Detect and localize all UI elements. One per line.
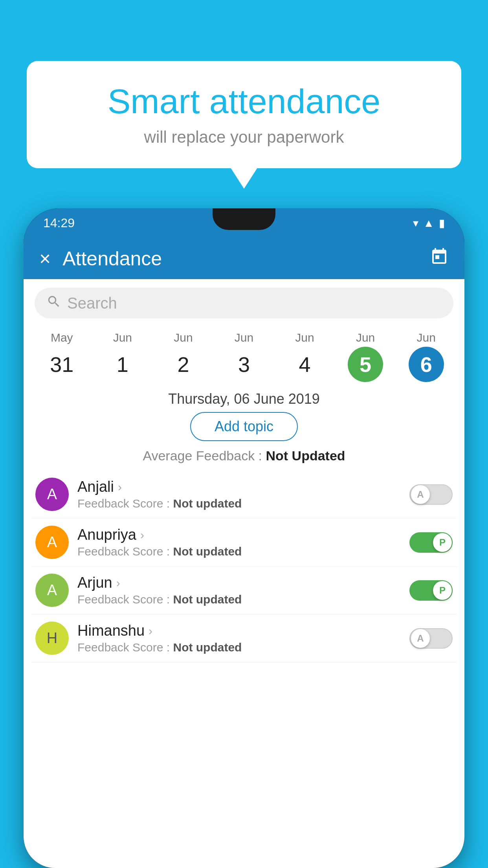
date-col-0[interactable]: May 31 (44, 331, 79, 382)
avatar-arjun: A (35, 574, 69, 607)
student-item-anjali[interactable]: A Anjali › Feedback Score : Not updated … (31, 471, 457, 519)
battery-icon: ▮ (439, 217, 445, 230)
date-col-2[interactable]: Jun 2 (165, 331, 201, 382)
feedback-label-arjun: Feedback Score : (77, 593, 170, 606)
date-col-3[interactable]: Jun 3 (226, 331, 262, 382)
avg-feedback-label: Average Feedback : (143, 448, 262, 463)
screen-content: Search May 31 Jun 1 Jun 2 Jun 3 Jun 4 (24, 279, 464, 868)
status-time: 14:29 (43, 216, 75, 230)
phone-notch (213, 208, 275, 230)
date-col-1[interactable]: Jun 1 (105, 331, 140, 382)
student-info-anjali: Anjali › Feedback Score : Not updated (77, 478, 401, 510)
date-col-5[interactable]: Jun 5 (348, 331, 383, 382)
student-name-arjun: Arjun (77, 574, 112, 591)
toggle-anjali[interactable]: A (409, 484, 453, 505)
student-info-himanshu: Himanshu › Feedback Score : Not updated (77, 622, 401, 654)
avatar-himanshu: H (35, 622, 69, 655)
add-topic-button[interactable]: Add topic (190, 412, 298, 441)
feedback-value-himanshu: Not updated (173, 641, 242, 654)
search-placeholder: Search (67, 294, 117, 312)
student-item-himanshu[interactable]: H Himanshu › Feedback Score : Not update… (31, 614, 457, 662)
date-col-4[interactable]: Jun 4 (287, 331, 323, 382)
search-bar[interactable]: Search (35, 288, 453, 318)
close-button[interactable]: × (39, 247, 51, 270)
avatar-anupriya: A (35, 526, 69, 559)
student-name-himanshu: Himanshu (77, 622, 145, 639)
feedback-label-anjali: Feedback Score : (77, 497, 170, 510)
student-name-anjali: Anjali (77, 478, 114, 495)
avatar-anjali: A (35, 478, 69, 511)
feedback-value-arjun: Not updated (173, 593, 242, 606)
wifi-icon: ▾ (413, 217, 418, 230)
student-item-anupriya[interactable]: A Anupriya › Feedback Score : Not update… (31, 519, 457, 566)
chevron-icon-arjun: › (116, 576, 120, 590)
chevron-icon-himanshu: › (149, 624, 152, 638)
calendar-icon[interactable] (430, 247, 449, 270)
phone-frame: 14:29 ▾ ▲ ▮ × Attendance Search (24, 208, 464, 868)
app-bar-title: Attendance (62, 247, 418, 270)
bubble-subtitle: will replace your paperwork (50, 128, 438, 147)
selected-date-label: Thursday, 06 June 2019 (24, 391, 464, 407)
bubble-title: Smart attendance (50, 83, 438, 121)
signal-icon: ▲ (423, 217, 434, 230)
student-info-arjun: Arjun › Feedback Score : Not updated (77, 574, 401, 606)
feedback-value-anupriya: Not updated (173, 545, 242, 558)
search-icon (46, 294, 61, 313)
student-name-anupriya: Anupriya (77, 526, 136, 543)
app-bar: × Attendance (24, 238, 464, 279)
avg-feedback-value: Not Updated (266, 448, 345, 463)
chevron-icon-anjali: › (118, 480, 122, 494)
speech-bubble: Smart attendance will replace your paper… (27, 61, 461, 168)
student-list: A Anjali › Feedback Score : Not updated … (24, 471, 464, 662)
toggle-arjun[interactable]: P (409, 580, 453, 601)
feedback-value-anjali: Not updated (173, 497, 242, 510)
student-item-arjun[interactable]: A Arjun › Feedback Score : Not updated P (31, 566, 457, 614)
chevron-icon-anupriya: › (140, 528, 144, 542)
avg-feedback: Average Feedback : Not Updated (24, 448, 464, 463)
toggle-anupriya[interactable]: P (409, 532, 453, 553)
feedback-label-anupriya: Feedback Score : (77, 545, 170, 558)
date-col-6[interactable]: Jun 6 (409, 331, 444, 382)
date-strip: May 31 Jun 1 Jun 2 Jun 3 Jun 4 Jun 5 (24, 327, 464, 382)
feedback-label-himanshu: Feedback Score : (77, 641, 170, 654)
status-icons: ▾ ▲ ▮ (413, 217, 445, 230)
add-topic-button-wrap: Add topic (24, 412, 464, 441)
toggle-himanshu[interactable]: A (409, 628, 453, 649)
student-info-anupriya: Anupriya › Feedback Score : Not updated (77, 526, 401, 558)
